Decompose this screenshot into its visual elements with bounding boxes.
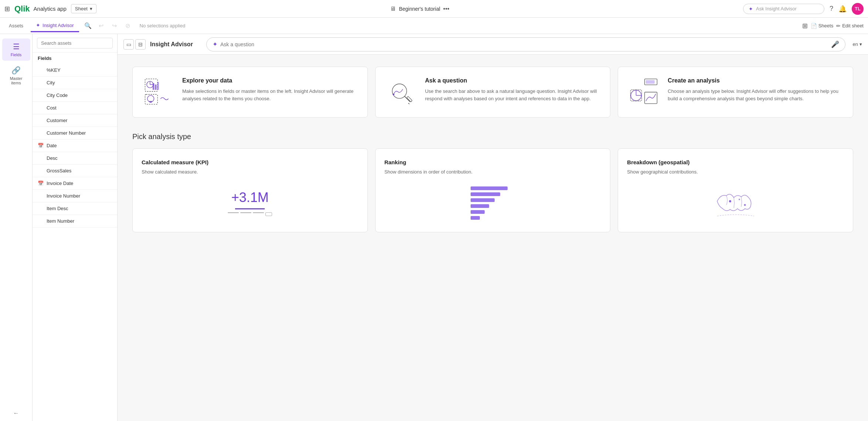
kpi-value: +3.1M [228,190,272,205]
assets-tab[interactable]: Assets [4,20,28,31]
svg-rect-12 [646,80,655,84]
edit-sheet-button[interactable]: ✏ Edit sheet [836,23,864,29]
svg-point-17 [739,199,740,200]
create-card-title: Create an analysis [668,77,844,84]
sheets-icon: 📄 [811,23,817,29]
single-view-button[interactable]: ▭ [123,39,134,50]
svg-point-9 [393,94,394,95]
field-item-percentkey[interactable]: %KEY [33,64,117,77]
ranking-analysis-card[interactable]: Ranking Show dimensions in order of cont… [375,148,611,232]
search-assets-input[interactable] [37,38,113,48]
logo: Qlik Analytics app [14,4,67,14]
field-item-itemdesc[interactable]: Item Desc [33,202,117,215]
view-toggle: ▭ ⊟ [123,39,146,50]
master-items-tab-label: Master items [5,76,27,85]
ask-card: Ask a question Use the search bar above … [375,67,611,118]
qlik-logo: Qlik [14,4,30,14]
info-cards-row: Explore your data Make selections in fie… [132,67,853,118]
insight-advisor-tab[interactable]: ✦ Insight Advisor [31,19,79,32]
tutorial-button[interactable]: Beginner's tutorial [399,6,440,12]
grid-view-button[interactable]: ⊟ [135,39,146,50]
clear-action-icon[interactable]: ⊘ [122,20,134,32]
ask-card-desc: Use the search bar above to ask a natura… [425,88,601,102]
analysis-section-title: Pick analysis type [132,132,853,141]
main-layout: ☰ Fields 🔗 Master items ← Fields %KEY Ci… [0,34,868,421]
kpi-visual: +3.1M [142,185,359,222]
collapse-panel-button[interactable]: ← [9,405,24,421]
lang-label: en [853,41,858,47]
svg-point-18 [744,204,746,206]
grid-icon[interactable]: ⊞ [4,5,10,13]
create-card-desc: Choose an analysis type below. Insight A… [668,88,844,102]
action-icons: 🔍 ↩ ↪ ⊘ [82,20,134,32]
analysis-cards: Calculated measure (KPI) Show calculated… [132,148,853,232]
help-icon[interactable]: ? [830,5,833,13]
explore-card-desc: Make selections in fields or master item… [182,88,359,102]
top-nav: ⊞ Qlik Analytics app Sheet ▾ 🖥 Beginner'… [0,0,868,18]
field-item-date[interactable]: 📅 Date [33,139,117,152]
ask-card-title: Ask a question [425,77,601,84]
fields-panel-tab[interactable]: ☰ Fields [2,38,30,61]
grid-view-icon[interactable]: ⊞ [802,22,808,30]
avatar[interactable]: TL [852,3,864,15]
more-button[interactable]: ••• [443,6,450,12]
sheets-label: Sheets [818,23,833,28]
back-action-icon[interactable]: ↩ [95,20,107,32]
ia-search-bar[interactable]: ✦ 🎤 [206,37,845,51]
ask-card-icon [384,77,418,107]
master-items-panel-tab[interactable]: 🔗 Master items [2,62,30,89]
explore-card: Explore your data Make selections in fie… [132,67,368,118]
create-card-icon [627,77,660,107]
kpi-analysis-card[interactable]: Calculated measure (KPI) Show calculated… [132,148,368,232]
field-item-citycode[interactable]: City Code [33,89,117,102]
field-item-customer[interactable]: Customer [33,114,117,127]
assets-label: Assets [9,23,23,28]
field-item-grosssales[interactable]: GrossSales [33,165,117,177]
microphone-icon[interactable]: 🎤 [831,40,839,48]
field-item-desc[interactable]: Desc [33,152,117,165]
fields-panel: Fields %KEY City City Code Cost Customer [33,34,118,421]
analysis-section: Pick analysis type Calculated measure (K… [132,132,853,232]
geo-card-title: Breakdown (geospatial) [627,159,844,165]
kpi-card-title: Calculated measure (KPI) [142,159,359,165]
field-item-invoicedate[interactable]: 📅 Invoice Date [33,177,117,190]
ia-title: Insight Advisor [150,41,202,48]
svg-point-5 [148,95,154,102]
field-item-itemnumber[interactable]: Item Number [33,215,117,228]
sheet-label: Sheet [75,6,88,11]
kpi-bar [235,208,265,209]
calendar-icon: 📅 [38,181,44,186]
search-action-icon[interactable]: 🔍 [82,20,94,32]
ask-advisor-placeholder: Ask Insight Advisor [756,6,797,11]
svg-rect-2 [153,83,154,90]
language-selector[interactable]: en ▾ [853,41,862,47]
secondary-nav: Assets ✦ Insight Advisor 🔍 ↩ ↪ ⊘ No sele… [0,18,868,34]
kpi-card-desc: Show calculated measure. [142,168,359,176]
sec-nav-right: ⊞ 📄 Sheets ✏ Edit sheet [802,22,864,30]
explore-card-text: Explore your data Make selections in fie… [182,77,359,102]
chevron-down-icon: ▾ [859,41,862,47]
main-content: Explore your data Make selections in fie… [118,55,868,421]
insight-tab-label: Insight Advisor [43,23,74,28]
forward-action-icon[interactable]: ↪ [109,20,121,32]
geo-analysis-card[interactable]: Breakdown (geospatial) Show geographical… [618,148,853,232]
ask-advisor-input[interactable]: ✦ Ask Insight Advisor [743,4,824,14]
bell-icon[interactable]: 🔔 [838,5,847,13]
fields-search [33,34,117,53]
geo-visual [627,185,844,222]
field-item-city[interactable]: City [33,77,117,89]
ask-card-text: Ask a question Use the search bar above … [425,77,601,102]
create-card-text: Create an analysis Choose an analysis ty… [668,77,844,102]
edit-sheet-label: Edit sheet [842,23,864,28]
field-item-invoicenumber[interactable]: Invoice Number [33,190,117,202]
field-item-cost[interactable]: Cost [33,102,117,114]
field-item-customernumber[interactable]: Customer Number [33,127,117,139]
svg-point-16 [729,200,731,202]
svg-rect-6 [145,94,157,104]
sheets-button[interactable]: 📄 Sheets [811,23,833,29]
link-icon: 🔗 [11,66,21,75]
calendar-icon: 📅 [38,143,44,148]
star-icon: ✦ [749,6,753,12]
sheet-dropdown[interactable]: Sheet ▾ [71,4,96,13]
ia-question-input[interactable] [220,41,828,47]
